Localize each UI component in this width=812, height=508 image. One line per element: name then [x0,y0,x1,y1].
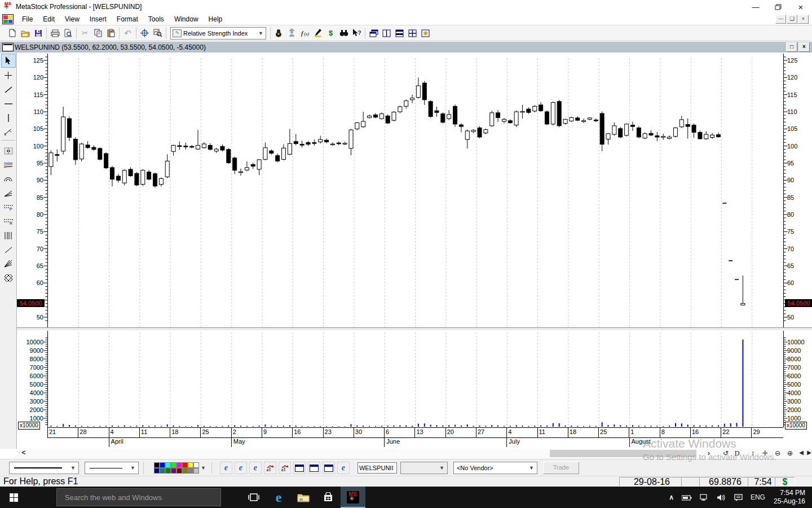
options-gear-icon[interactable]: ✱ [419,27,432,40]
color-swatch[interactable] [193,468,199,474]
color-swatch[interactable] [176,468,182,474]
scroll-left-arrow[interactable]: < [19,449,28,458]
chart-report-icon[interactable] [264,462,276,474]
taskbar-clock[interactable]: 7:54 PM 25-Aug-16 [774,489,805,506]
horizontal-line-tool-icon[interactable] [2,97,15,110]
chart-report2-icon[interactable] [279,462,291,474]
cascade-windows-icon[interactable] [367,27,380,40]
color-swatch[interactable] [154,468,160,474]
trendline-tool-icon[interactable] [2,83,15,96]
time-zones-tool-icon[interactable] [2,229,15,242]
new-icon[interactable] [6,27,19,40]
color-palette[interactable] [154,462,199,474]
print-preview-icon[interactable] [61,27,74,40]
color-swatch[interactable] [160,462,165,468]
gann-fan-tool-icon[interactable] [2,257,15,270]
menu-item-help[interactable]: Help [204,14,228,24]
zoom-in-icon[interactable]: ⊕ [785,449,795,458]
taskbar-search-input[interactable]: Search the web and Windows [56,488,221,506]
indicator-fx-icon[interactable]: ƒ(x) [298,27,311,40]
file-explorer-icon[interactable] [291,487,316,508]
menu-item-window[interactable]: Window [169,14,204,24]
task-view-icon[interactable] [241,487,266,508]
print-icon[interactable] [48,27,61,40]
color-swatch[interactable] [154,462,160,468]
color-swatch[interactable] [176,462,182,468]
paste-icon[interactable] [104,27,117,40]
close-icon[interactable]: × [789,1,812,13]
help-pointer-icon[interactable]: ? [350,27,363,40]
color-swatch[interactable] [193,462,199,468]
tile-vertical-icon[interactable] [380,27,393,40]
refresh-icon[interactable]: ↺ [721,449,731,458]
tile-grid-icon[interactable] [406,27,419,40]
splitter-tool-icon[interactable] [2,144,15,157]
scroll-right-arrow[interactable]: › [704,449,714,458]
line-style-combo[interactable]: ▼ [9,462,79,474]
next-icon[interactable]: ▶ [804,449,812,458]
fibonacci-projection-tool-icon[interactable]: P [2,201,15,214]
mdi-restore-icon[interactable]: ❑ [787,15,797,24]
fibonacci-retracement-tool-icon[interactable]: R [2,215,15,228]
battery-icon[interactable] [682,494,692,501]
grid-hatch-tool-icon[interactable] [2,271,15,284]
restore-icon[interactable] [767,1,789,13]
speaker-icon[interactable] [717,494,726,501]
zoom-out-icon[interactable]: ⊖ [773,449,783,458]
vertical-line-tool-icon[interactable] [2,111,15,124]
scrollbar-thumb[interactable] [550,450,696,457]
symbol-list-combo[interactable]: ▼ [400,462,448,474]
color-swatch[interactable] [165,462,171,468]
layout-window2-icon[interactable] [308,462,320,474]
crosshair-tool-icon[interactable] [2,69,15,82]
guru-advisor-icon[interactable] [272,27,285,40]
line-styles-tool-icon[interactable] [2,159,15,172]
periodicity-daily-button[interactable]: D [732,449,742,458]
store-icon[interactable] [316,487,341,508]
save-icon[interactable] [32,27,45,40]
explorer-icon[interactable] [311,27,324,40]
notification-icon[interactable] [734,494,743,501]
crosshair-icon[interactable] [138,27,151,40]
pane-divider[interactable] [17,327,812,331]
color-swatch[interactable] [188,468,193,474]
menu-item-format[interactable]: Format [112,14,143,24]
chart-document-icon[interactable] [2,43,14,51]
menu-item-edit[interactable]: Edit [38,14,60,24]
start-icon[interactable] [0,487,27,508]
color-swatch[interactable] [165,468,171,474]
metastock-icon[interactable]: MS✳ [341,487,365,508]
color-swatch[interactable] [182,462,188,468]
email-chart-icon[interactable]: e [220,462,232,474]
chart-close-icon[interactable]: × [798,42,810,52]
web-quotes-icon[interactable]: e [337,462,350,474]
menu-item-view[interactable]: View [60,14,85,24]
layout-window1-icon[interactable] [293,462,306,474]
minimize-icon[interactable]: — [744,1,767,13]
palette-chevron-icon[interactable]: ▼ [201,465,206,471]
dollar-icon[interactable]: $ [324,27,337,40]
language-indicator[interactable]: ENG [751,493,765,501]
fibonacci-arc-tool-icon[interactable] [2,173,15,186]
resize-vertical-icon[interactable]: ↕ [748,449,758,458]
symbol-input[interactable]: WELSPUNII [358,462,397,474]
web-favorites-icon[interactable]: e [249,462,262,474]
binoculars-icon[interactable] [337,27,350,40]
mdi-minimize-icon[interactable]: — [775,15,786,24]
open-icon[interactable] [19,27,32,40]
color-swatch[interactable] [171,468,176,474]
pointer-tool-icon[interactable] [1,54,16,68]
color-swatch[interactable] [171,462,176,468]
chart-system-menu-icon[interactable] [2,14,14,24]
edge-icon[interactable]: e [266,487,291,508]
tray-chevron-icon[interactable]: ∧ [669,493,674,501]
vendor-combo[interactable]: <No Vendor>▼ [453,462,537,474]
fibonacci-fan-tool-icon[interactable] [2,187,15,200]
zoom-indicator-icon[interactable] [151,27,164,40]
copy-icon[interactable] [91,27,104,40]
color-swatch[interactable] [188,462,193,468]
trendline-sl-tool-icon[interactable]: SL [2,125,15,138]
menu-item-file[interactable]: File [17,14,38,24]
web-browser-icon[interactable]: e [235,462,247,474]
diagonal-line-tool-icon[interactable] [2,243,15,256]
